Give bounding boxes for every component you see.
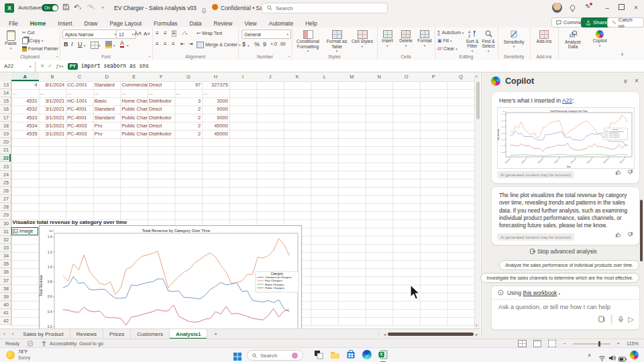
sensitivity-button[interactable]: Sensitivity▾ [499,28,529,50]
cell[interactable]: 3/1/2021 [39,114,66,122]
row-header-32[interactable]: 32 [0,236,11,244]
sheet-tab-analysis1[interactable]: Analysis1 [170,329,207,339]
font-color-icon[interactable]: A [120,40,124,48]
sheet-tab-sales-by-product[interactable]: Sales by Product [17,329,70,339]
row-header-26[interactable]: 26 [0,187,11,195]
insert-cells-button[interactable]: Insert▾ [379,28,396,48]
cell[interactable]: ... [66,89,93,97]
cell[interactable]: Commercial Chargers [120,81,148,89]
thumbs-down-icon[interactable] [627,229,633,241]
cell[interactable]: Direct [148,105,175,113]
cell[interactable]: ... [11,89,39,97]
pane-scroll-thumb[interactable] [640,200,643,261]
column-header-C[interactable]: C [66,72,94,82]
suggestion-chip[interactable]: Investigate the sales channels to determ… [480,273,639,283]
paste-button[interactable]: Paste▾ [2,28,19,51]
send-icon[interactable]: ▷ [629,316,634,322]
cell[interactable]: 9000 [202,105,229,113]
analyze-data-button[interactable]: Analyze Data [559,28,586,50]
cell[interactable]: Public Chargers [120,105,148,113]
cancel-icon[interactable]: ✕ [40,63,45,69]
user-avatar[interactable] [552,3,562,13]
row-header-15[interactable]: 15 [0,97,11,105]
column-header-P[interactable]: P [420,72,448,82]
cell[interactable]: Standard [93,81,121,89]
save-icon[interactable] [62,3,70,12]
maximize-button[interactable] [615,0,627,16]
column-header-A[interactable]: A [11,72,40,82]
autosave-toggle[interactable]: On [42,4,58,11]
chart-thumbnail[interactable]: 0.20.40.60.81.01.21.42021-012021-072022-… [497,107,635,169]
increase-decimal-icon[interactable]: +.0 [270,42,277,46]
column-header-H[interactable]: H [202,72,230,82]
taskbar-search-box[interactable]: Search [247,350,303,361]
cell[interactable]: 2 [175,105,203,113]
align-right-icon[interactable]: ≡ [172,41,175,47]
borders-icon[interactable] [91,42,99,49]
formula-input[interactable]: import seaborn as sns [81,63,149,69]
hscroll-left-icon[interactable]: ◂ [384,332,386,337]
accounting-format-icon[interactable]: $ [242,41,246,48]
row-header-14[interactable]: 14 [0,89,11,97]
name-box[interactable]: A22 [0,63,30,69]
underline-dropdown-icon[interactable]: ▾ [84,44,86,48]
increase-font-icon[interactable]: A˄ [134,30,142,37]
row-header-36[interactable]: 36 [0,268,11,276]
row-header-18[interactable]: 18 [0,122,11,130]
undo-button[interactable]: ↶▾ [74,3,81,11]
microphone-icon[interactable] [618,316,624,323]
zoom-out-icon[interactable]: − [563,341,566,347]
cell-reference-link[interactable]: A22 [562,97,572,104]
cell[interactable]: Distributor [148,97,175,105]
hscroll-right-icon[interactable]: ▸ [476,332,478,337]
number-format-select[interactable]: General▾ [241,29,291,39]
cell[interactable]: Standard [93,105,121,113]
qat-more-icon[interactable]: ▾ [102,5,104,9]
format-as-table-button[interactable]: Format as Table▾ [324,28,350,54]
cell[interactable]: Distributor [148,130,175,138]
name-box-dropdown-icon[interactable]: ▾ [30,64,32,68]
accessibility-icon[interactable] [41,341,47,347]
row-header-25[interactable]: 25 [0,179,11,187]
row-header-33[interactable]: 33 [0,244,11,252]
scroll-down-icon[interactable]: ▾ [476,323,478,327]
column-header-N[interactable]: N [366,72,394,82]
cell[interactable]: ... [93,89,121,97]
cell[interactable]: 3/1/2021 [39,105,66,113]
cell[interactable]: 4533 [11,114,39,122]
row-header-29[interactable]: 29 [0,211,11,219]
cell[interactable]: 8/1/2024 [39,81,66,89]
catch-up-button[interactable]: ∿Catch up [607,17,644,27]
cell[interactable]: ... [202,89,229,97]
column-header-O[interactable]: O [392,72,421,82]
merge-center-button[interactable]: Merge & Center▾ [197,41,241,48]
prompt-guide-icon[interactable] [598,316,605,322]
comma-style-icon[interactable]: 9 [263,41,266,48]
align-center-icon[interactable]: ≡ [164,41,167,47]
tray-expand-icon[interactable]: ∧ [588,353,591,358]
zoom-slider[interactable] [573,343,610,345]
spreadsheet-grid[interactable]: ABCDEFGHIJKLMNOPQ 1314151617181920212223… [0,72,480,328]
cell[interactable]: Distributor [148,114,175,122]
lightbulb-icon[interactable] [569,3,576,15]
start-button[interactable] [233,351,241,359]
sheet-tab-prices[interactable]: Prices [103,329,131,339]
workbook-scope-link[interactable]: this workbook [523,290,557,296]
column-header-F[interactable]: F [148,72,176,82]
weather-icon[interactable] [6,351,15,359]
weather-temperature[interactable]: 78°F [18,349,28,354]
row-header-39[interactable]: 39 [0,293,11,301]
font-dialog-launcher[interactable]: ⌐ [148,54,151,58]
cell[interactable]: 4531 [11,97,39,105]
thumbs-up-icon[interactable] [615,229,622,241]
orientation-icon[interactable]: ⟋▾ [182,30,187,37]
row-header-23[interactable]: 23 [0,163,11,171]
cell[interactable]: 3/1/2021 [39,97,66,105]
copilot-ribbon-button[interactable]: Copilot▾ [589,28,610,48]
cell[interactable]: 45000 [202,122,229,130]
vertical-scrollbar[interactable]: ▴ ▾ [474,72,480,328]
zoom-in-icon[interactable]: + [617,341,620,347]
thumbs-up-icon[interactable] [615,166,622,178]
sheet-prev-icon[interactable]: ‹ [0,329,9,339]
sheet-next-icon[interactable]: › [9,329,17,339]
